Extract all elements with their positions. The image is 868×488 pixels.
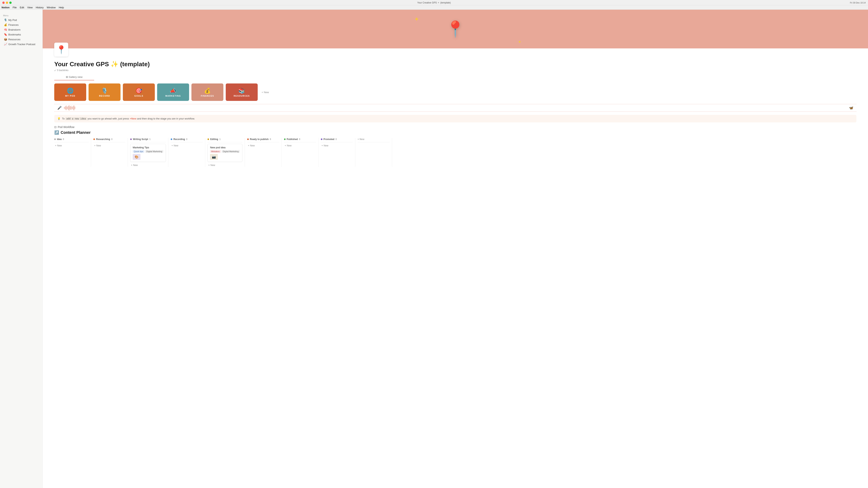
menubar-history[interactable]: History — [36, 6, 43, 9]
sidebar-item-finances[interactable]: 💰 Finances — [1, 23, 42, 27]
researching-dot — [93, 138, 95, 140]
marketing-card-icon: 📣 — [170, 88, 177, 94]
promoted-new-button[interactable]: + New — [321, 144, 353, 148]
kanban-col-editing: Editing 1 New pod idea Mistakes Digital … — [205, 138, 245, 167]
sidebar-item-my-pod[interactable]: 🎙️ My Pod — [1, 18, 42, 22]
plus-icon: + — [285, 144, 286, 147]
finances-icon: 💰 — [4, 23, 7, 26]
butterfly-icon: 🦋 — [849, 106, 853, 110]
resources-icon: 📦 — [4, 38, 7, 41]
gallery-new-button[interactable]: + New — [260, 84, 276, 101]
content-planner-title: ↗️ Content Planner — [54, 130, 857, 135]
published-new-button[interactable]: + New — [284, 144, 316, 148]
menubar-window[interactable]: Window — [47, 6, 56, 9]
promoted-count: 0 — [336, 138, 337, 140]
gallery-new-label: New — [264, 91, 269, 94]
menubar-view[interactable]: View — [27, 6, 33, 9]
ready-label: Ready to publish — [250, 138, 269, 140]
sidebar-item-label: Growth Tracker Podcast — [8, 43, 35, 46]
new-label: New — [96, 144, 101, 147]
idea-count: 0 — [63, 138, 64, 140]
waveform-bars — [64, 105, 75, 110]
plus-icon: + — [94, 144, 95, 147]
backlinks[interactable]: ↙ 5 backlinks — [54, 69, 857, 72]
researching-new-button[interactable]: + New — [93, 144, 125, 148]
titlebar: Your Creative GPS ✦ (template) Fri 30 De… — [0, 0, 868, 5]
new-label: New — [324, 144, 329, 147]
menubar-app[interactable]: Notion — [2, 6, 9, 9]
gallery-card-marketing[interactable]: 📣 Marketing — [157, 84, 189, 101]
sidebar-item-bookmarks[interactable]: 🔖 Bookmarks — [1, 32, 42, 37]
recording-new-button[interactable]: + New — [171, 144, 203, 148]
info-text: To add a new idea you want to go ahead w… — [62, 117, 195, 120]
close-button[interactable] — [2, 2, 5, 4]
pod-workflow-header[interactable]: ⊡ Pod Workflow — [54, 126, 857, 129]
traffic-lights — [2, 2, 11, 4]
resources-card-icon: 📚 — [238, 88, 245, 94]
col-header-editing: Editing 1 — [208, 138, 242, 142]
ready-new-button[interactable]: + New — [247, 144, 279, 148]
my-pod-card-icon: 🌐 — [67, 88, 73, 94]
gallery-view-icon: ⊞ — [66, 75, 68, 78]
sidebar-item-growth-tracker[interactable]: 📈 Growth Tracker Podcast — [1, 42, 42, 46]
menubar-edit[interactable]: Edit — [20, 6, 24, 9]
banner-emoji: 📍 — [445, 20, 465, 38]
kanban-col-researching: Researching 0 + New — [91, 138, 128, 167]
gallery-card-goals[interactable]: 🎯 Goals — [123, 84, 155, 101]
content-planner-icon: ↗️ — [54, 130, 59, 135]
sidebar-item-label: Finances — [8, 24, 19, 26]
my-pod-card-label: My Pod — [65, 95, 75, 97]
star-left-icon: ✦ — [414, 15, 419, 23]
new-label: New — [250, 144, 255, 147]
brainstorm-icon: 🧠 — [4, 28, 7, 31]
kanban-col-writing-script: Writing Script 1 Marketing Tips Quick ti… — [128, 138, 168, 167]
backlinks-icon: ↙ — [54, 69, 56, 72]
gallery-card-resources[interactable]: 📚 Resources — [226, 84, 258, 101]
editing-label: Editing — [210, 138, 218, 140]
new-label: New — [210, 164, 215, 166]
col-header-published: Published 0 — [284, 138, 316, 142]
kanban-col-recording: Recording 0 + New — [168, 138, 205, 167]
recording-dot — [171, 138, 172, 140]
idea-new-button[interactable]: + New — [54, 144, 89, 148]
tag-mistakes: Mistakes — [210, 150, 221, 153]
idea-label: Idea — [57, 138, 62, 140]
new-col-label: + New — [358, 138, 365, 140]
published-dot — [284, 138, 286, 140]
titlebar-time: Fri 30 Dec 10:14 — [850, 2, 866, 4]
kanban-col-ready: Ready to publish 0 + New — [245, 138, 282, 167]
info-box: 💡 To add a new idea you want to go ahead… — [54, 115, 857, 122]
sidebar-item-brainstorm[interactable]: 🧠 Brainstorm — [1, 27, 42, 32]
plus-icon: + — [172, 144, 173, 147]
sidebar-item-label: My Pod — [8, 19, 17, 22]
finances-card-label: Finances — [201, 95, 214, 97]
idea-dot — [54, 138, 56, 140]
minimize-button[interactable] — [6, 2, 8, 4]
menubar-help[interactable]: Help — [59, 6, 64, 9]
plus-icon: + — [208, 164, 210, 166]
maximize-button[interactable] — [9, 2, 11, 4]
menubar: Notion File Edit View History Window Hel… — [0, 5, 868, 10]
card-new-pod-idea[interactable]: New pod idea Mistakes Digital Marketing … — [208, 144, 242, 162]
promoted-label: Promoted — [323, 138, 334, 140]
kanban-col-new: + New — [355, 138, 392, 167]
published-count: 0 — [299, 138, 300, 140]
gallery-view-label[interactable]: ⊞ Gallery view — [54, 73, 94, 80]
gallery-card-finances[interactable]: 💰 Finances — [191, 84, 223, 101]
page-header: Your Creative GPS ✨ (template) ↙ 5 backl… — [42, 57, 868, 72]
gallery-card-record[interactable]: 🎙️ Record — [89, 84, 121, 101]
titlebar-title: Your Creative GPS ✦ (template) — [417, 1, 451, 4]
sidebar-item-resources[interactable]: 📦 Resources — [1, 37, 42, 42]
new-label: New — [133, 164, 138, 166]
editing-new-button[interactable]: + New — [208, 163, 242, 167]
writing-new-button[interactable]: + New — [130, 163, 166, 167]
plus-icon: + — [321, 144, 323, 147]
col-header-idea: Idea 0 — [54, 138, 89, 142]
sidebar-item-label: Bookmarks — [8, 33, 21, 36]
menubar-file[interactable]: File — [12, 6, 17, 9]
gallery-card-my-pod[interactable]: 🌐 My Pod — [54, 84, 86, 101]
recording-count: 0 — [186, 138, 188, 140]
pod-workflow: ⊡ Pod Workflow ↗️ Content Planner Idea 0 — [42, 126, 868, 167]
card-marketing-tips[interactable]: Marketing Tips Quick tips Digital Market… — [130, 144, 166, 162]
new-label: New — [57, 144, 62, 147]
